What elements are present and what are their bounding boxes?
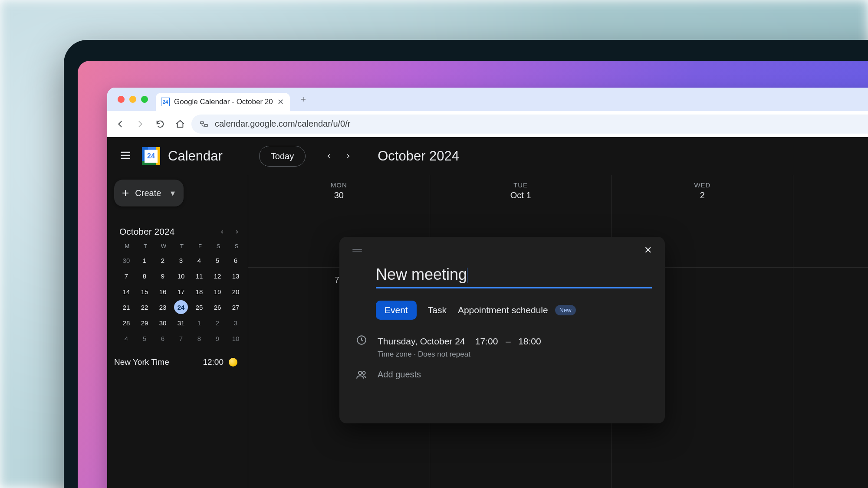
mini-day-cell[interactable]: 30 xyxy=(156,316,170,330)
browser-toolbar: calendar.google.com/calendar/u/0/r xyxy=(107,111,868,137)
mini-day-cell[interactable]: 12 xyxy=(210,269,224,283)
world-clock-row[interactable]: New York Time 12:00 xyxy=(114,357,245,367)
laptop-frame: 24 Google Calendar - October 20 ✕ + cale… xyxy=(64,40,868,488)
mini-day-cell[interactable]: 7 xyxy=(119,269,133,283)
day-number: 2 xyxy=(612,190,793,222)
calendar-favicon: 24 xyxy=(161,98,170,106)
mini-day-cell[interactable]: 30 xyxy=(119,253,133,267)
mini-dow-header: F xyxy=(192,243,208,252)
mini-day-cell[interactable]: 31 xyxy=(174,316,188,330)
calendar-header: 24 Calendar Today October 2024 xyxy=(107,137,868,175)
mini-day-cell[interactable]: 9 xyxy=(156,269,170,283)
mini-day-cell[interactable]: 14 xyxy=(119,285,133,298)
address-bar[interactable]: calendar.google.com/calendar/u/0/r xyxy=(191,115,868,134)
browser-tabstrip: 24 Google Calendar - October 20 ✕ + xyxy=(107,88,868,111)
mini-next-month-button[interactable]: › xyxy=(231,228,243,236)
new-badge: New xyxy=(555,305,576,315)
mini-day-cell[interactable]: 4 xyxy=(192,253,206,267)
mini-day-cell[interactable]: 6 xyxy=(156,331,170,345)
mini-day-cell[interactable]: 23 xyxy=(156,300,170,314)
nav-back-button[interactable] xyxy=(112,115,129,133)
mini-day-cell[interactable]: 27 xyxy=(229,300,243,314)
mini-day-cell[interactable]: 15 xyxy=(138,285,151,298)
next-period-button[interactable] xyxy=(339,147,357,165)
popup-drag-handle[interactable] xyxy=(352,248,362,252)
browser-tab-title: Google Calendar - October 20 xyxy=(174,98,273,106)
week2-date: 7 xyxy=(335,275,339,285)
home-button[interactable] xyxy=(171,115,189,133)
event-time-subtext[interactable]: Time zone · Does not repeat xyxy=(378,350,541,359)
app-title: Calendar xyxy=(168,148,223,164)
mini-day-cell[interactable]: 10 xyxy=(174,269,188,283)
mini-day-cell[interactable]: 22 xyxy=(138,300,151,314)
mini-day-cell[interactable]: 19 xyxy=(210,285,224,298)
event-title-value: New meeting xyxy=(376,265,467,283)
svg-point-3 xyxy=(358,371,362,374)
mini-day-cell[interactable]: 26 xyxy=(210,300,224,314)
mini-day-cell[interactable]: 7 xyxy=(174,331,188,345)
url-text: calendar.google.com/calendar/u/0/r xyxy=(215,119,350,129)
mini-day-cell[interactable]: 5 xyxy=(138,331,151,345)
event-time-row[interactable]: Thursday, October 24 17:00 – 18:00 xyxy=(378,334,541,348)
main-menu-button[interactable] xyxy=(119,149,132,163)
reload-button[interactable] xyxy=(151,115,169,133)
mini-day-cell[interactable]: 9 xyxy=(210,331,224,345)
mini-dow-header: T xyxy=(138,243,153,252)
mini-day-cell[interactable]: 1 xyxy=(192,316,206,330)
mini-day-cell[interactable]: 28 xyxy=(119,316,133,330)
google-calendar-logo: 24 xyxy=(142,147,160,165)
mini-day-cell[interactable]: 11 xyxy=(192,269,206,283)
mini-day-cell[interactable]: 1 xyxy=(138,253,151,267)
create-button[interactable]: + Create ▾ xyxy=(114,180,184,206)
tab-appointment-schedule[interactable]: Appointment schedule xyxy=(458,305,548,315)
day-column[interactable]: THU xyxy=(793,175,868,488)
mini-day-cell[interactable]: 2 xyxy=(156,253,170,267)
mini-day-cell[interactable]: 21 xyxy=(119,300,133,314)
prev-period-button[interactable] xyxy=(320,147,338,165)
nav-forward-button[interactable] xyxy=(132,115,149,133)
add-guests-button[interactable]: Add guests xyxy=(378,370,421,380)
calendar-app: 24 Calendar Today October 2024 + Create xyxy=(107,137,868,488)
mini-day-cell[interactable]: 8 xyxy=(138,269,151,283)
create-event-popup: ✕ New meeting Event Task Appointment sch… xyxy=(339,237,665,423)
popup-close-button[interactable]: ✕ xyxy=(644,245,652,256)
browser-window: 24 Google Calendar - October 20 ✕ + cale… xyxy=(107,88,868,488)
mini-dow-header: W xyxy=(156,243,171,252)
desktop-wallpaper: 24 Google Calendar - October 20 ✕ + cale… xyxy=(78,61,868,488)
mini-day-cell[interactable]: 25 xyxy=(192,300,206,314)
mini-day-cell[interactable]: 8 xyxy=(192,331,206,345)
event-title-input[interactable]: New meeting xyxy=(376,265,652,288)
mini-day-cell[interactable]: 3 xyxy=(174,253,188,267)
tab-event[interactable]: Event xyxy=(376,301,417,320)
tab-task[interactable]: Task xyxy=(428,305,447,315)
mini-day-cell[interactable]: 6 xyxy=(229,253,243,267)
window-fullscreen-button[interactable] xyxy=(141,96,148,103)
browser-tab[interactable]: 24 Google Calendar - October 20 ✕ xyxy=(156,93,290,111)
mini-day-cell[interactable]: 17 xyxy=(174,285,188,298)
new-tab-button[interactable]: + xyxy=(299,95,308,104)
mini-calendar-title: October 2024 xyxy=(119,226,174,237)
calendar-sidebar: + Create ▾ October 2024 ‹ › xyxy=(107,175,248,488)
mini-dow-header: S xyxy=(210,243,226,252)
mini-day-cell[interactable]: 29 xyxy=(138,316,151,330)
current-month-label: October 2024 xyxy=(378,148,459,164)
mini-day-cell[interactable]: 10 xyxy=(229,331,243,345)
site-info-icon[interactable] xyxy=(199,119,209,129)
today-button[interactable]: Today xyxy=(259,146,306,167)
window-close-button[interactable] xyxy=(118,96,125,103)
day-of-week-label: THU xyxy=(793,175,868,190)
mini-day-cell[interactable]: 18 xyxy=(192,285,206,298)
mini-day-cell[interactable]: 4 xyxy=(119,331,133,345)
mini-prev-month-button[interactable]: ‹ xyxy=(217,228,228,236)
mini-day-cell[interactable]: 24 xyxy=(174,300,188,314)
mini-day-cell[interactable]: 2 xyxy=(210,316,224,330)
mini-day-cell[interactable]: 20 xyxy=(229,285,243,298)
svg-rect-1 xyxy=(204,124,207,126)
tab-close-icon[interactable]: ✕ xyxy=(277,97,284,107)
window-minimize-button[interactable] xyxy=(129,96,136,103)
mini-day-cell[interactable]: 5 xyxy=(210,253,224,267)
calendar-grid[interactable]: MON30TUEOct 1WED2THU 7 ✕ New meeting xyxy=(248,175,868,488)
mini-day-cell[interactable]: 16 xyxy=(156,285,170,298)
mini-day-cell[interactable]: 13 xyxy=(229,269,243,283)
mini-day-cell[interactable]: 3 xyxy=(229,316,243,330)
